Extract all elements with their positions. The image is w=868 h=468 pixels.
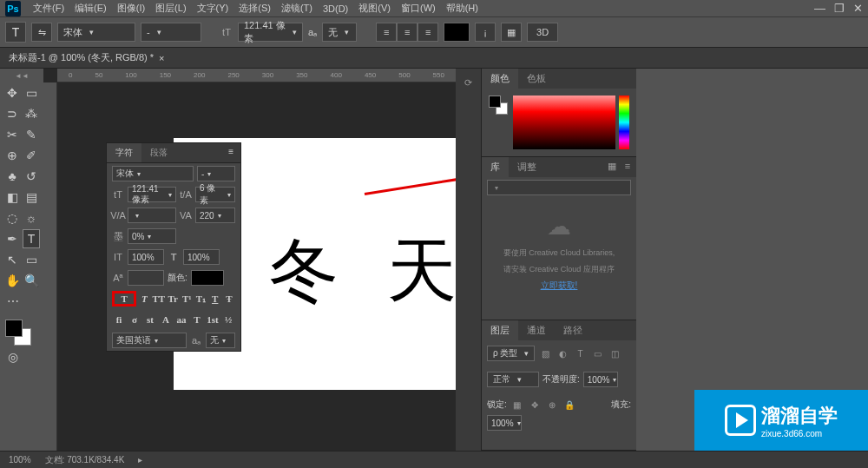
text-orientation-button[interactable]: ⇋ bbox=[31, 23, 52, 42]
fractions-button[interactable]: ½ bbox=[221, 312, 235, 327]
faux-bold-button[interactable]: T bbox=[112, 291, 136, 307]
channels-tab[interactable]: 通道 bbox=[518, 320, 555, 340]
3d-button[interactable]: 3D bbox=[527, 23, 558, 42]
font-family-dropdown[interactable]: 宋体 bbox=[57, 23, 135, 42]
filter-smartobj-icon[interactable]: ◫ bbox=[608, 346, 621, 360]
paths-tab[interactable]: 路径 bbox=[555, 320, 591, 340]
libraries-tab[interactable]: 库 bbox=[482, 157, 509, 177]
swatches-tab[interactable]: 色板 bbox=[518, 69, 555, 89]
char-font-family-dropdown[interactable]: 宋体 bbox=[112, 166, 194, 181]
menu-file[interactable]: 文件(F) bbox=[28, 2, 69, 15]
filter-pixel-icon[interactable]: ▧ bbox=[538, 346, 552, 360]
history-brush-tool[interactable]: ↺ bbox=[23, 167, 40, 186]
dodge-tool[interactable]: ☼ bbox=[23, 208, 40, 227]
restore-icon[interactable]: ❐ bbox=[834, 2, 845, 15]
char-tracking-input[interactable]: 220 bbox=[195, 208, 235, 223]
char-scale-input[interactable]: 0% bbox=[128, 228, 176, 244]
char-hscale-input[interactable]: 100% bbox=[183, 249, 220, 265]
color-tab[interactable]: 颜色 bbox=[482, 69, 518, 89]
layers-tab[interactable]: 图层 bbox=[482, 320, 518, 340]
wand-tool[interactable]: ⁂ bbox=[23, 104, 40, 123]
underline-button[interactable]: T bbox=[209, 291, 221, 307]
panel-view-icon1[interactable]: ▦ bbox=[605, 159, 619, 173]
fg-color-swatch[interactable] bbox=[5, 320, 23, 337]
paragraph-tab[interactable]: 段落 bbox=[141, 143, 176, 162]
allcaps-button[interactable]: TT bbox=[152, 291, 165, 307]
hand-tool[interactable]: ✋ bbox=[3, 271, 21, 290]
document-tab-close-icon[interactable]: × bbox=[159, 53, 164, 63]
titling-alt-button[interactable]: T bbox=[190, 312, 204, 327]
opacity-input[interactable]: 100% bbox=[583, 372, 618, 387]
char-color-swatch[interactable] bbox=[191, 270, 224, 286]
menu-edit[interactable]: 编辑(E) bbox=[69, 2, 112, 15]
layer-filter-dropdown[interactable]: ρ 类型 bbox=[487, 346, 535, 361]
warp-text-button[interactable]: ¡ bbox=[475, 23, 496, 42]
menu-3d[interactable]: 3D(D) bbox=[318, 3, 353, 14]
menu-select[interactable]: 选择(S) bbox=[233, 2, 276, 15]
lasso-tool[interactable]: ⊃ bbox=[3, 104, 21, 123]
character-tab[interactable]: 字符 bbox=[107, 143, 141, 162]
filter-adjustment-icon[interactable]: ◐ bbox=[556, 346, 569, 360]
crop-tool[interactable]: ✂ bbox=[3, 125, 21, 144]
color-mini-swatch[interactable] bbox=[489, 96, 510, 120]
contextual-alt-button[interactable]: σ bbox=[128, 312, 141, 327]
gradient-tool[interactable]: ▤ bbox=[23, 188, 40, 207]
color-gradient-picker[interactable] bbox=[513, 96, 615, 149]
ligature-button[interactable]: fi bbox=[112, 312, 126, 327]
subscript-button[interactable]: T₁ bbox=[194, 291, 207, 307]
history-panel-icon[interactable]: ⟳ bbox=[462, 76, 476, 89]
tool-indicator[interactable]: T bbox=[5, 22, 26, 43]
ordinals-button[interactable]: 1st bbox=[206, 312, 220, 327]
menu-filter[interactable]: 滤镜(T) bbox=[276, 2, 318, 15]
align-left-button[interactable]: ≡ bbox=[376, 23, 397, 42]
char-leading-input[interactable]: 6 像素 bbox=[195, 187, 235, 202]
char-aa-dropdown[interactable]: 无 bbox=[206, 333, 235, 348]
menu-type[interactable]: 文字(Y) bbox=[192, 2, 234, 15]
view-mode-button[interactable]: ⋯ bbox=[3, 292, 23, 311]
quick-mask-button[interactable]: ◎ bbox=[3, 347, 23, 366]
char-language-dropdown[interactable]: 美国英语 bbox=[112, 333, 187, 348]
move-tool[interactable]: ✥ bbox=[3, 83, 21, 102]
shape-tool[interactable]: ▭ bbox=[23, 250, 40, 269]
type-tool[interactable]: T bbox=[23, 229, 40, 248]
zoom-tool[interactable]: 🔍 bbox=[23, 271, 40, 290]
char-font-style-dropdown[interactable]: - bbox=[197, 166, 235, 181]
strikethrough-button[interactable]: Ŧ bbox=[223, 291, 235, 307]
cc-download-link[interactable]: 立即获取! bbox=[489, 280, 629, 292]
smallcaps-button[interactable]: Tr bbox=[167, 291, 179, 307]
minimize-icon[interactable]: — bbox=[814, 2, 825, 15]
char-baseline-input[interactable] bbox=[128, 270, 164, 286]
library-dropdown[interactable] bbox=[487, 180, 631, 195]
path-select-tool[interactable]: ↖ bbox=[3, 250, 21, 269]
lock-artboard-icon[interactable]: ⊕ bbox=[545, 398, 559, 412]
brush-tool[interactable]: ✐ bbox=[23, 146, 40, 165]
document-tab[interactable]: 未标题-1 @ 100% (冬天, RGB/8) * × bbox=[0, 51, 173, 64]
panel-view-icon2[interactable]: ≡ bbox=[621, 159, 635, 173]
adjustments-tab[interactable]: 调整 bbox=[509, 157, 545, 177]
align-center-button[interactable]: ≡ bbox=[397, 23, 418, 42]
lock-position-icon[interactable]: ✥ bbox=[528, 398, 542, 412]
char-vscale-input[interactable]: 100% bbox=[128, 249, 164, 265]
menu-view[interactable]: 视图(V) bbox=[353, 2, 396, 15]
swash-button[interactable]: A bbox=[159, 312, 173, 327]
hue-slider[interactable] bbox=[619, 96, 629, 149]
panel-collapse-icon[interactable]: ◄◄ bbox=[15, 72, 29, 80]
aa-method-dropdown[interactable]: 无 bbox=[322, 23, 357, 42]
lock-pixels-icon[interactable]: ▦ bbox=[510, 398, 524, 412]
text-color-swatch[interactable] bbox=[444, 23, 470, 42]
discretionary-lig-button[interactable]: st bbox=[143, 312, 157, 327]
menu-image[interactable]: 图像(I) bbox=[112, 2, 150, 15]
font-style-dropdown[interactable]: - bbox=[141, 23, 201, 42]
stylistic-alt-button[interactable]: aa bbox=[174, 312, 188, 327]
panel-menu-icon[interactable]: ≡ bbox=[221, 143, 240, 162]
fill-input[interactable]: 100% bbox=[487, 415, 522, 431]
faux-italic-button[interactable]: T bbox=[138, 291, 150, 307]
eraser-tool[interactable]: ◧ bbox=[3, 188, 21, 207]
canvas-text-layer[interactable]: 冬 天 bbox=[269, 225, 456, 319]
document-info[interactable]: 文档: 703.1K/834.4K bbox=[45, 454, 125, 466]
eyedropper-tool[interactable]: ✎ bbox=[23, 125, 40, 144]
stamp-tool[interactable]: ♣ bbox=[3, 167, 21, 186]
lock-all-icon[interactable]: 🔒 bbox=[562, 398, 576, 412]
filter-type-icon[interactable]: T bbox=[573, 346, 587, 360]
menu-layer[interactable]: 图层(L) bbox=[150, 2, 191, 15]
